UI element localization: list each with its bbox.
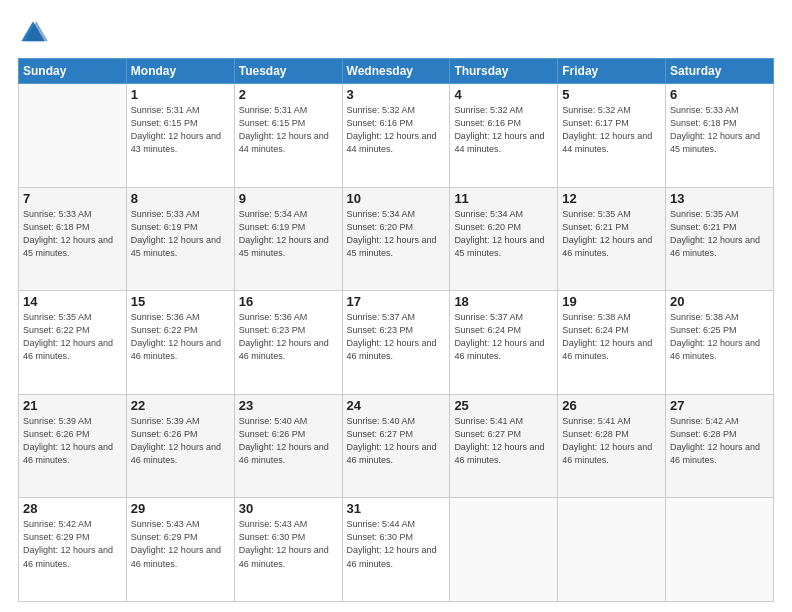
calendar-header: SundayMondayTuesdayWednesdayThursdayFrid… <box>19 59 774 84</box>
calendar-cell: 14Sunrise: 5:35 AMSunset: 6:22 PMDayligh… <box>19 291 127 395</box>
day-info: Sunrise: 5:38 AMSunset: 6:24 PMDaylight:… <box>562 311 661 363</box>
day-number: 22 <box>131 398 230 413</box>
calendar-week-row: 7Sunrise: 5:33 AMSunset: 6:18 PMDaylight… <box>19 187 774 291</box>
day-number: 1 <box>131 87 230 102</box>
day-info: Sunrise: 5:35 AMSunset: 6:22 PMDaylight:… <box>23 311 122 363</box>
day-number: 2 <box>239 87 338 102</box>
day-number: 3 <box>347 87 446 102</box>
calendar-cell: 1Sunrise: 5:31 AMSunset: 6:15 PMDaylight… <box>126 84 234 188</box>
weekday-header-tuesday: Tuesday <box>234 59 342 84</box>
day-number: 31 <box>347 501 446 516</box>
calendar-cell: 21Sunrise: 5:39 AMSunset: 6:26 PMDayligh… <box>19 394 127 498</box>
day-info: Sunrise: 5:40 AMSunset: 6:26 PMDaylight:… <box>239 415 338 467</box>
day-number: 26 <box>562 398 661 413</box>
day-number: 14 <box>23 294 122 309</box>
calendar-cell: 13Sunrise: 5:35 AMSunset: 6:21 PMDayligh… <box>666 187 774 291</box>
day-number: 18 <box>454 294 553 309</box>
calendar-week-row: 14Sunrise: 5:35 AMSunset: 6:22 PMDayligh… <box>19 291 774 395</box>
day-info: Sunrise: 5:33 AMSunset: 6:19 PMDaylight:… <box>131 208 230 260</box>
day-number: 13 <box>670 191 769 206</box>
day-info: Sunrise: 5:32 AMSunset: 6:17 PMDaylight:… <box>562 104 661 156</box>
calendar-cell: 28Sunrise: 5:42 AMSunset: 6:29 PMDayligh… <box>19 498 127 602</box>
day-number: 24 <box>347 398 446 413</box>
calendar-cell: 31Sunrise: 5:44 AMSunset: 6:30 PMDayligh… <box>342 498 450 602</box>
calendar-cell: 4Sunrise: 5:32 AMSunset: 6:16 PMDaylight… <box>450 84 558 188</box>
day-number: 30 <box>239 501 338 516</box>
day-info: Sunrise: 5:43 AMSunset: 6:30 PMDaylight:… <box>239 518 338 570</box>
day-number: 17 <box>347 294 446 309</box>
calendar-cell: 15Sunrise: 5:36 AMSunset: 6:22 PMDayligh… <box>126 291 234 395</box>
logo-icon <box>18 18 48 48</box>
day-number: 27 <box>670 398 769 413</box>
day-number: 10 <box>347 191 446 206</box>
calendar-cell: 7Sunrise: 5:33 AMSunset: 6:18 PMDaylight… <box>19 187 127 291</box>
weekday-header-thursday: Thursday <box>450 59 558 84</box>
day-info: Sunrise: 5:42 AMSunset: 6:29 PMDaylight:… <box>23 518 122 570</box>
calendar-cell: 19Sunrise: 5:38 AMSunset: 6:24 PMDayligh… <box>558 291 666 395</box>
day-info: Sunrise: 5:44 AMSunset: 6:30 PMDaylight:… <box>347 518 446 570</box>
day-number: 28 <box>23 501 122 516</box>
calendar-cell: 30Sunrise: 5:43 AMSunset: 6:30 PMDayligh… <box>234 498 342 602</box>
calendar-cell: 29Sunrise: 5:43 AMSunset: 6:29 PMDayligh… <box>126 498 234 602</box>
calendar-cell: 12Sunrise: 5:35 AMSunset: 6:21 PMDayligh… <box>558 187 666 291</box>
day-info: Sunrise: 5:34 AMSunset: 6:20 PMDaylight:… <box>454 208 553 260</box>
day-number: 9 <box>239 191 338 206</box>
calendar-cell: 18Sunrise: 5:37 AMSunset: 6:24 PMDayligh… <box>450 291 558 395</box>
day-info: Sunrise: 5:38 AMSunset: 6:25 PMDaylight:… <box>670 311 769 363</box>
day-info: Sunrise: 5:41 AMSunset: 6:28 PMDaylight:… <box>562 415 661 467</box>
logo <box>18 18 52 48</box>
calendar-cell: 25Sunrise: 5:41 AMSunset: 6:27 PMDayligh… <box>450 394 558 498</box>
day-number: 12 <box>562 191 661 206</box>
day-info: Sunrise: 5:31 AMSunset: 6:15 PMDaylight:… <box>131 104 230 156</box>
calendar-cell: 22Sunrise: 5:39 AMSunset: 6:26 PMDayligh… <box>126 394 234 498</box>
day-info: Sunrise: 5:32 AMSunset: 6:16 PMDaylight:… <box>454 104 553 156</box>
day-info: Sunrise: 5:43 AMSunset: 6:29 PMDaylight:… <box>131 518 230 570</box>
day-info: Sunrise: 5:40 AMSunset: 6:27 PMDaylight:… <box>347 415 446 467</box>
calendar-cell: 8Sunrise: 5:33 AMSunset: 6:19 PMDaylight… <box>126 187 234 291</box>
weekday-header-saturday: Saturday <box>666 59 774 84</box>
calendar-table: SundayMondayTuesdayWednesdayThursdayFrid… <box>18 58 774 602</box>
day-info: Sunrise: 5:31 AMSunset: 6:15 PMDaylight:… <box>239 104 338 156</box>
day-number: 6 <box>670 87 769 102</box>
day-number: 23 <box>239 398 338 413</box>
calendar-cell: 2Sunrise: 5:31 AMSunset: 6:15 PMDaylight… <box>234 84 342 188</box>
calendar-cell: 23Sunrise: 5:40 AMSunset: 6:26 PMDayligh… <box>234 394 342 498</box>
day-number: 11 <box>454 191 553 206</box>
calendar-cell: 9Sunrise: 5:34 AMSunset: 6:19 PMDaylight… <box>234 187 342 291</box>
calendar-cell: 10Sunrise: 5:34 AMSunset: 6:20 PMDayligh… <box>342 187 450 291</box>
day-number: 4 <box>454 87 553 102</box>
calendar-body: 1Sunrise: 5:31 AMSunset: 6:15 PMDaylight… <box>19 84 774 602</box>
day-number: 7 <box>23 191 122 206</box>
calendar-cell: 27Sunrise: 5:42 AMSunset: 6:28 PMDayligh… <box>666 394 774 498</box>
day-info: Sunrise: 5:39 AMSunset: 6:26 PMDaylight:… <box>23 415 122 467</box>
calendar-cell: 24Sunrise: 5:40 AMSunset: 6:27 PMDayligh… <box>342 394 450 498</box>
day-number: 15 <box>131 294 230 309</box>
day-info: Sunrise: 5:36 AMSunset: 6:23 PMDaylight:… <box>239 311 338 363</box>
header <box>18 18 774 48</box>
calendar-cell: 16Sunrise: 5:36 AMSunset: 6:23 PMDayligh… <box>234 291 342 395</box>
day-info: Sunrise: 5:41 AMSunset: 6:27 PMDaylight:… <box>454 415 553 467</box>
calendar-cell: 6Sunrise: 5:33 AMSunset: 6:18 PMDaylight… <box>666 84 774 188</box>
calendar-cell <box>450 498 558 602</box>
day-number: 19 <box>562 294 661 309</box>
calendar-cell: 17Sunrise: 5:37 AMSunset: 6:23 PMDayligh… <box>342 291 450 395</box>
day-info: Sunrise: 5:35 AMSunset: 6:21 PMDaylight:… <box>562 208 661 260</box>
day-info: Sunrise: 5:37 AMSunset: 6:24 PMDaylight:… <box>454 311 553 363</box>
weekday-header-sunday: Sunday <box>19 59 127 84</box>
calendar-cell: 26Sunrise: 5:41 AMSunset: 6:28 PMDayligh… <box>558 394 666 498</box>
day-info: Sunrise: 5:37 AMSunset: 6:23 PMDaylight:… <box>347 311 446 363</box>
calendar-cell: 20Sunrise: 5:38 AMSunset: 6:25 PMDayligh… <box>666 291 774 395</box>
day-info: Sunrise: 5:34 AMSunset: 6:20 PMDaylight:… <box>347 208 446 260</box>
calendar-cell <box>558 498 666 602</box>
calendar-week-row: 1Sunrise: 5:31 AMSunset: 6:15 PMDaylight… <box>19 84 774 188</box>
day-number: 21 <box>23 398 122 413</box>
day-info: Sunrise: 5:35 AMSunset: 6:21 PMDaylight:… <box>670 208 769 260</box>
calendar-cell <box>19 84 127 188</box>
calendar-week-row: 28Sunrise: 5:42 AMSunset: 6:29 PMDayligh… <box>19 498 774 602</box>
day-info: Sunrise: 5:34 AMSunset: 6:19 PMDaylight:… <box>239 208 338 260</box>
day-info: Sunrise: 5:33 AMSunset: 6:18 PMDaylight:… <box>670 104 769 156</box>
day-number: 25 <box>454 398 553 413</box>
calendar-cell <box>666 498 774 602</box>
day-number: 16 <box>239 294 338 309</box>
page: SundayMondayTuesdayWednesdayThursdayFrid… <box>0 0 792 612</box>
